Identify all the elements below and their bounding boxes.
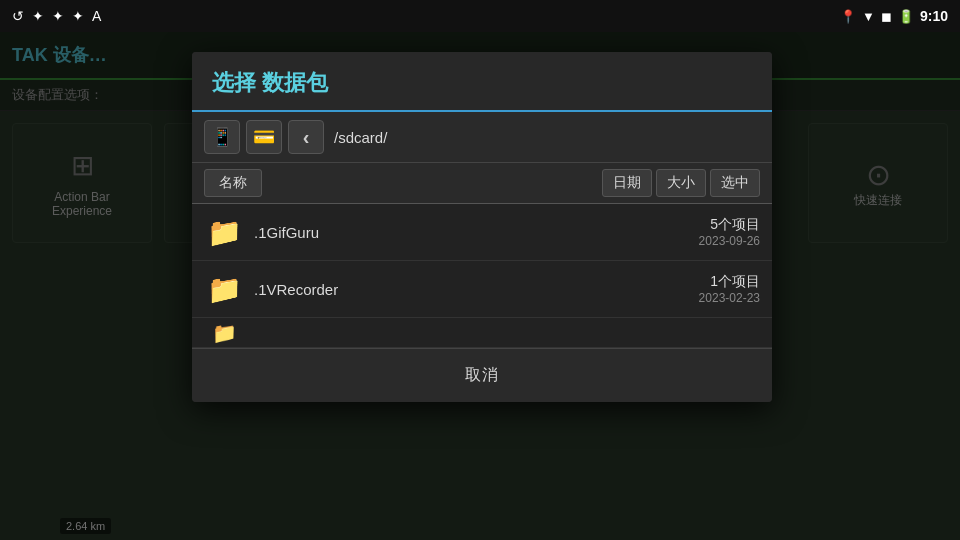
path-bar: 📱 💳 ‹ /sdcard/ — [192, 112, 772, 163]
file-meta: 1个项目 2023-02-23 — [699, 273, 760, 305]
file-name: .1GifGuru — [254, 224, 699, 241]
table-header: 名称 日期 大小 选中 — [192, 163, 772, 204]
sort-by-size-button[interactable]: 大小 — [656, 169, 706, 197]
folder-icon-wrap: 📁 — [204, 318, 244, 348]
col-name-header: 名称 — [204, 169, 602, 197]
sort-by-date-button[interactable]: 日期 — [602, 169, 652, 197]
file-date: 2023-02-23 — [699, 291, 760, 305]
folder-icon: 📁 — [212, 321, 237, 345]
back-icon: ‹ — [303, 126, 310, 149]
star-icon-1: ✦ — [32, 8, 44, 24]
col-right-buttons: 日期 大小 选中 — [602, 169, 760, 197]
signal-icon: ◼ — [881, 9, 892, 24]
file-count: 1个项目 — [699, 273, 760, 291]
star-icon-3: ✦ — [72, 8, 84, 24]
status-bar-left: ↺ ✦ ✦ ✦ A — [12, 8, 101, 24]
file-list: 📁 .1GifGuru 5个项目 2023-09-26 📁 .1VRecorde… — [192, 204, 772, 348]
folder-icon-wrap: 📁 — [204, 271, 244, 307]
back-button[interactable]: ‹ — [288, 120, 324, 154]
star-icon-2: ✦ — [52, 8, 64, 24]
folder-icon: 📁 — [207, 273, 242, 306]
dialog-footer: 取消 — [192, 348, 772, 402]
status-bar-right: 📍 ▼ ◼ 🔋 9:10 — [840, 8, 948, 24]
folder-icon: 📁 — [207, 216, 242, 249]
current-path: /sdcard/ — [334, 129, 387, 146]
refresh-icon: ↺ — [12, 8, 24, 24]
folder-icon-wrap: 📁 — [204, 214, 244, 250]
sdcard-icon: 💳 — [253, 126, 275, 148]
sort-by-name-button[interactable]: 名称 — [204, 169, 262, 197]
file-date: 2023-09-26 — [699, 234, 760, 248]
file-row[interactable]: 📁 .1GifGuru 5个项目 2023-09-26 — [192, 204, 772, 261]
file-name: .1VRecorder — [254, 281, 699, 298]
battery-icon: 🔋 — [898, 9, 914, 24]
internal-storage-button[interactable]: 📱 — [204, 120, 240, 154]
dialog-title-bar: 选择 数据包 — [192, 52, 772, 112]
file-count: 5个项目 — [699, 216, 760, 234]
internal-storage-icon: 📱 — [211, 126, 233, 148]
select-datapack-dialog: 选择 数据包 📱 💳 ‹ /sdcard/ 名称 日期 大小 选中 📁 — [192, 52, 772, 402]
wifi-icon: ▼ — [862, 9, 875, 24]
dialog-title: 选择 数据包 — [212, 70, 328, 95]
a-icon: A — [92, 8, 101, 24]
sdcard-button[interactable]: 💳 — [246, 120, 282, 154]
file-meta: 5个项目 2023-09-26 — [699, 216, 760, 248]
location-icon: 📍 — [840, 9, 856, 24]
file-row-partial[interactable]: 📁 — [192, 318, 772, 348]
select-button[interactable]: 选中 — [710, 169, 760, 197]
clock: 9:10 — [920, 8, 948, 24]
file-row[interactable]: 📁 .1VRecorder 1个项目 2023-02-23 — [192, 261, 772, 318]
cancel-button[interactable]: 取消 — [425, 359, 539, 392]
status-bar: ↺ ✦ ✦ ✦ A 📍 ▼ ◼ 🔋 9:10 — [0, 0, 960, 32]
